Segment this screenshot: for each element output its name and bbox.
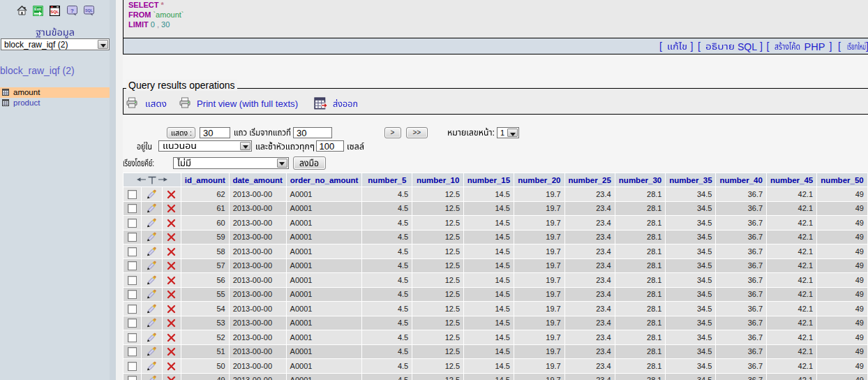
svg-text:SQL: SQL (85, 8, 93, 13)
svg-text:Exit: Exit (34, 7, 41, 11)
svg-text:SQL: SQL (50, 10, 59, 14)
svg-text:?: ? (70, 8, 74, 14)
